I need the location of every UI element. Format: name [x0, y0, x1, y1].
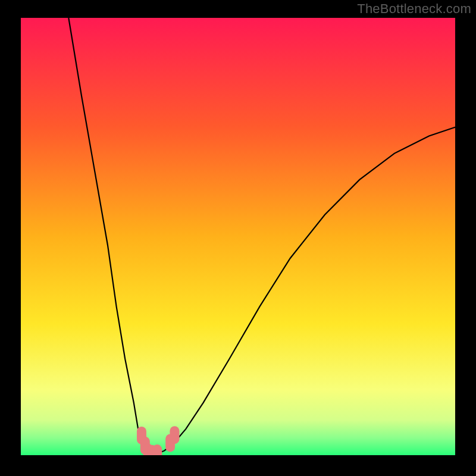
- chart-frame: TheBottleneck.com: [0, 0, 476, 476]
- ideal-marker: [152, 444, 162, 455]
- bottleneck-curve: [68, 18, 455, 455]
- ideal-zone-markers: [137, 426, 179, 455]
- ideal-marker: [170, 426, 179, 444]
- watermark-label: TheBottleneck.com: [357, 1, 471, 17]
- curve-layer: [21, 18, 455, 455]
- plot-area: [21, 18, 455, 455]
